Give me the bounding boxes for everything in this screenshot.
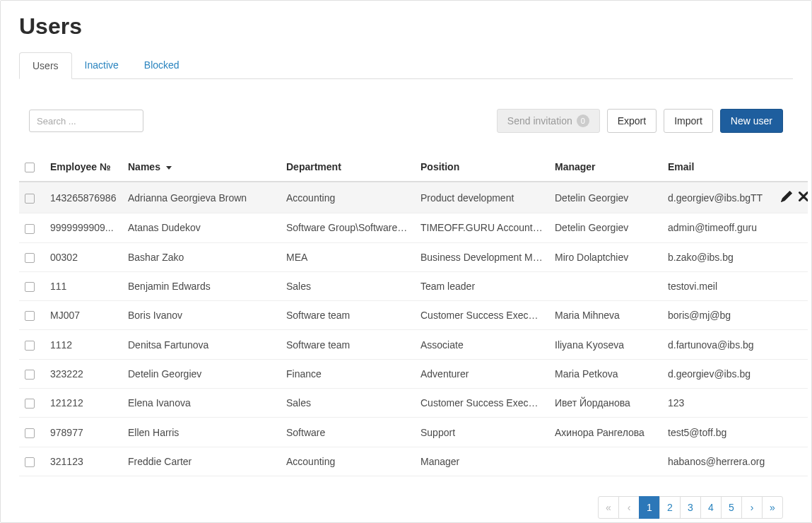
cell-position: Associate (415, 330, 549, 359)
cell-department: Software team (281, 330, 415, 359)
tabs: UsersInactiveBlocked (19, 52, 793, 79)
cell-email: 123 (662, 389, 775, 418)
cell-position: Support (415, 418, 549, 447)
cell-department: Finance (281, 359, 415, 388)
cell-email: habanos@herrera.org (662, 447, 775, 476)
tab-users[interactable]: Users (19, 52, 72, 79)
new-user-button[interactable]: New user (720, 109, 783, 133)
cell-manager: Iliyana Kyoseva (549, 330, 662, 359)
row-checkbox[interactable] (25, 282, 35, 292)
table-row[interactable]: 111Benjamin EdwardsSalesTeam leadertesto… (19, 271, 808, 300)
cell-department: Accounting (281, 182, 415, 213)
row-checkbox[interactable] (25, 253, 35, 263)
row-checkbox[interactable] (25, 341, 35, 351)
table-row[interactable]: 321123Freddie CarterAccountingManagerhab… (19, 447, 808, 476)
cell-email: b.zako@ibs.bg (662, 242, 775, 271)
cell-department: Sales (281, 271, 415, 300)
cell-department: Software Group\Software D... (281, 213, 415, 242)
cell-manager: Maria Mihneva (549, 301, 662, 330)
cell-name: Adrianna Georgieva Brown (122, 182, 281, 213)
cell-department: Software (281, 418, 415, 447)
toolbar-buttons: Send invitation 0 Export Import New user (497, 109, 783, 133)
table-row[interactable]: 978977Ellen HarrisSoftwareSupportАхинора… (19, 418, 808, 447)
cell-name: Detelin Georgiev (122, 359, 281, 388)
page-first[interactable]: « (598, 496, 619, 519)
toolbar: Send invitation 0 Export Import New user (19, 109, 793, 133)
cell-employee-no: 1112 (45, 330, 122, 359)
cell-name: Benjamin Edwards (122, 271, 281, 300)
page-title: Users (19, 13, 793, 40)
cell-position: Product development (415, 182, 549, 213)
cell-email: admin@timeoff.guru (662, 213, 775, 242)
cell-manager: Detelin Georgiev (549, 182, 662, 213)
cell-name: Denitsa Fartunova (122, 330, 281, 359)
page-next[interactable]: › (741, 496, 763, 519)
cell-manager: Detelin Georgiev (549, 213, 662, 242)
row-checkbox[interactable] (25, 428, 35, 438)
cell-employee-no: 111 (45, 271, 122, 300)
row-checkbox[interactable] (25, 311, 35, 321)
search-input[interactable] (29, 110, 143, 132)
cell-email: d.georgiev@ibs.bgTT (662, 182, 775, 213)
cell-position: Customer Success Executive (415, 301, 549, 330)
col-position[interactable]: Position (415, 153, 549, 182)
cell-position: TIMEOFF.GURU Account Ma... (415, 213, 549, 242)
cell-position: Business Development Man... (415, 242, 549, 271)
sort-caret-down-icon (166, 166, 172, 170)
cell-manager (549, 447, 662, 476)
edit-icon[interactable] (781, 191, 792, 204)
page-last[interactable]: » (762, 496, 783, 519)
select-all-checkbox[interactable] (25, 163, 35, 172)
row-checkbox[interactable] (25, 370, 35, 380)
page-5[interactable]: 5 (721, 496, 742, 519)
col-department[interactable]: Department (281, 153, 415, 182)
col-manager[interactable]: Manager (549, 153, 662, 182)
export-button[interactable]: Export (607, 109, 657, 133)
cell-email: d.georgiev@ibs.bg (662, 359, 775, 388)
table-row[interactable]: 323222Detelin GeorgievFinanceAdventurerM… (19, 359, 808, 388)
cell-department: Accounting (281, 447, 415, 476)
cell-name: Atanas Dudekov (122, 213, 281, 242)
row-checkbox[interactable] (25, 224, 35, 234)
send-invitation-button[interactable]: Send invitation 0 (497, 109, 600, 133)
row-checkbox[interactable] (25, 457, 35, 467)
page-3[interactable]: 3 (680, 496, 701, 519)
table-row[interactable]: 1112Denitsa FartunovaSoftware teamAssoci… (19, 330, 808, 359)
users-table-body: 143265876986Adrianna Georgieva BrownAcco… (19, 182, 808, 476)
table-row[interactable]: 121212Elena IvanovaSalesCustomer Success… (19, 389, 808, 418)
tab-blocked[interactable]: Blocked (131, 52, 192, 78)
cell-email: testovi.meil (662, 271, 775, 300)
table-row[interactable]: 00302Bashar ZakoMEABusiness Development … (19, 242, 808, 271)
col-names[interactable]: Names (122, 153, 281, 182)
cell-email: d.fartunova@ibs.bg (662, 330, 775, 359)
page-4[interactable]: 4 (700, 496, 722, 519)
import-button[interactable]: Import (664, 109, 713, 133)
cell-email: boris@mj@bg (662, 301, 775, 330)
cell-manager (549, 271, 662, 300)
page-prev[interactable]: ‹ (618, 496, 640, 519)
cell-manager: Miro Dolaptchiev (549, 242, 662, 271)
table-row[interactable]: 9999999909...Atanas DudekovSoftware Grou… (19, 213, 808, 242)
page-2[interactable]: 2 (659, 496, 681, 519)
cell-name: Bashar Zako (122, 242, 281, 271)
pagination: «‹12345›» (19, 496, 793, 519)
cell-position: Team leader (415, 271, 549, 300)
cell-name: Elena Ivanova (122, 389, 281, 418)
col-employee-no[interactable]: Employee № (45, 153, 122, 182)
users-page: Users UsersInactiveBlocked Send invitati… (0, 0, 812, 523)
cell-employee-no: MJ007 (45, 301, 122, 330)
table-row[interactable]: MJ007Boris IvanovSoftware teamCustomer S… (19, 301, 808, 330)
page-1[interactable]: 1 (639, 496, 660, 519)
row-checkbox[interactable] (25, 194, 35, 204)
cell-manager: Ахинора Рангелова (549, 418, 662, 447)
col-email[interactable]: Email (662, 153, 775, 182)
cell-manager: Maria Petkova (549, 359, 662, 388)
cell-name: Ellen Harris (122, 418, 281, 447)
delete-icon[interactable] (798, 191, 808, 204)
row-checkbox[interactable] (25, 399, 35, 409)
cell-employee-no: 143265876986 (45, 182, 122, 213)
cell-email: test5@toff.bg (662, 418, 775, 447)
tab-inactive[interactable]: Inactive (72, 52, 131, 78)
table-row[interactable]: 143265876986Adrianna Georgieva BrownAcco… (19, 182, 808, 213)
cell-employee-no: 978977 (45, 418, 122, 447)
